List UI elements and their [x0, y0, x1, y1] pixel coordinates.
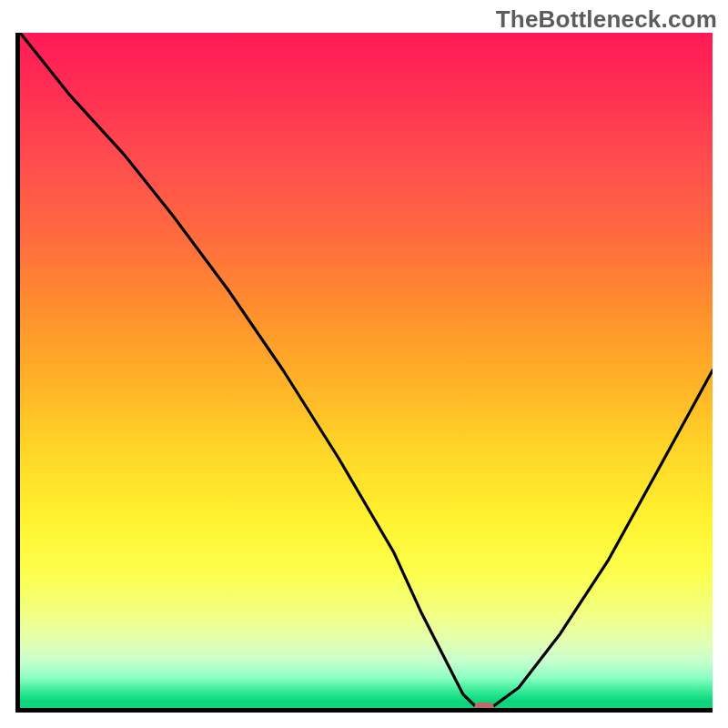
watermark-text: TheBottleneck.com — [496, 5, 717, 34]
chart-container: TheBottleneck.com — [0, 0, 728, 728]
optimal-point-marker — [474, 703, 494, 713]
plot-area — [15, 33, 713, 713]
heat-gradient-background — [20, 33, 713, 708]
